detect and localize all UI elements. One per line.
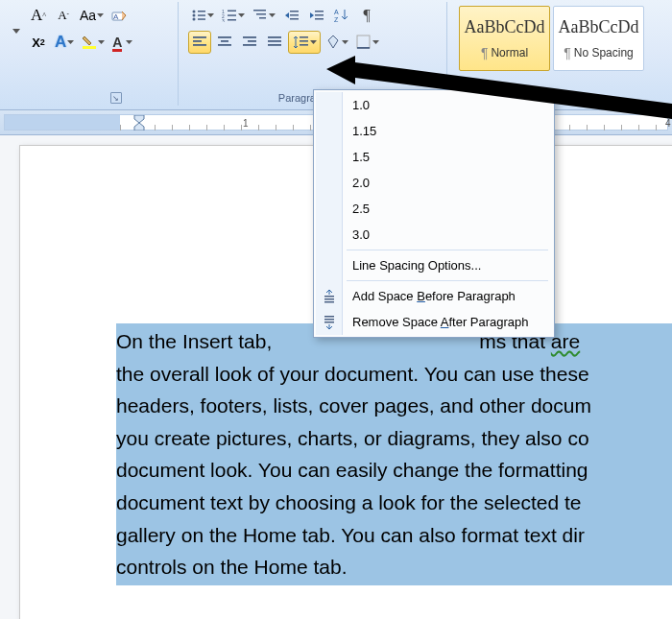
sort-button[interactable]: AZ xyxy=(330,4,353,27)
svg-rect-24 xyxy=(259,17,266,19)
svg-rect-11 xyxy=(198,14,205,15)
style-normal[interactable]: AaBbCcDd ¶Normal xyxy=(459,6,550,71)
svg-rect-38 xyxy=(193,44,206,46)
svg-point-8 xyxy=(193,11,196,13)
text-effects-button[interactable]: A xyxy=(52,31,77,54)
svg-rect-42 xyxy=(243,36,256,38)
align-center-button[interactable] xyxy=(213,31,236,54)
svg-rect-13 xyxy=(198,18,205,20)
bullets-button[interactable] xyxy=(188,4,217,27)
spacing-1-0[interactable]: 1.0 xyxy=(316,92,552,118)
menu-separator xyxy=(347,250,548,250)
svg-rect-16 xyxy=(228,11,236,12)
svg-rect-20 xyxy=(228,19,236,21)
highlight-icon xyxy=(82,35,97,50)
pilcrow-icon: ¶ xyxy=(564,45,571,60)
svg-marker-4 xyxy=(67,40,74,44)
svg-point-10 xyxy=(193,14,196,17)
line-spacing-menu: 1.0 1.15 1.5 2.0 2.5 3.0 Line Spacing Op… xyxy=(313,89,555,338)
svg-rect-36 xyxy=(193,36,206,38)
svg-rect-44 xyxy=(243,44,256,46)
svg-text:A: A xyxy=(113,12,119,21)
indent-marker[interactable] xyxy=(133,115,145,131)
line-spacing-options[interactable]: Line Spacing Options... xyxy=(316,252,552,278)
svg-rect-31 xyxy=(315,11,324,12)
svg-rect-39 xyxy=(218,36,231,38)
svg-rect-18 xyxy=(228,14,236,15)
svg-marker-0 xyxy=(12,29,20,34)
svg-rect-5 xyxy=(83,46,96,49)
increase-indent-button[interactable] xyxy=(305,4,328,27)
svg-rect-63 xyxy=(324,321,334,323)
justify-button[interactable] xyxy=(263,31,286,54)
svg-marker-56 xyxy=(134,115,144,123)
svg-rect-49 xyxy=(300,40,308,42)
svg-point-12 xyxy=(193,18,196,21)
add-space-before[interactable]: Add Space Before Paragraph xyxy=(316,283,552,309)
multilevel-list-button[interactable] xyxy=(250,4,278,27)
pilcrow-icon: ¶ xyxy=(481,45,489,60)
font-color-button[interactable]: A xyxy=(109,31,135,54)
selected-text[interactable]: On the Insert tab, ms that are the overa… xyxy=(116,323,672,585)
font-color-icon: A xyxy=(112,35,122,50)
svg-rect-29 xyxy=(290,18,299,20)
svg-marker-26 xyxy=(285,12,289,18)
numbering-button[interactable]: 123 xyxy=(219,4,248,27)
clear-formatting-button[interactable]: A xyxy=(108,4,132,27)
svg-rect-23 xyxy=(256,13,266,15)
shading-button[interactable] xyxy=(323,31,351,54)
style-no-spacing[interactable]: AaBbCcDd ¶No Spacing xyxy=(553,6,644,71)
svg-rect-58 xyxy=(324,296,334,298)
align-right-button[interactable] xyxy=(238,31,261,54)
spacing-1-15[interactable]: 1.15 xyxy=(316,118,552,144)
font-dialog-launcher[interactable]: ↘ xyxy=(110,92,122,104)
svg-rect-46 xyxy=(268,40,281,42)
svg-rect-48 xyxy=(300,36,308,38)
text-effects-icon: A xyxy=(55,33,66,52)
svg-rect-54 xyxy=(357,47,370,49)
subscript-button[interactable]: X2 xyxy=(27,31,50,54)
svg-rect-37 xyxy=(193,40,202,42)
font-group: A^ Aˇ Aa A X2 xyxy=(25,2,179,106)
svg-marker-25 xyxy=(269,13,276,17)
spacing-3-0[interactable]: 3.0 xyxy=(316,222,552,248)
svg-marker-7 xyxy=(126,40,132,44)
spacing-1-5[interactable]: 1.5 xyxy=(316,144,552,170)
decrease-indent-button[interactable] xyxy=(280,4,303,27)
svg-rect-59 xyxy=(324,298,334,300)
align-left-button[interactable] xyxy=(188,31,211,54)
svg-marker-52 xyxy=(342,40,348,44)
svg-rect-50 xyxy=(300,44,308,46)
svg-rect-61 xyxy=(324,316,334,318)
remove-space-after[interactable]: Remove Space After Paragraph xyxy=(316,309,552,335)
svg-rect-32 xyxy=(315,14,324,16)
add-space-before-icon xyxy=(322,289,337,304)
svg-text:A: A xyxy=(334,9,339,15)
style-sample: AaBbCcDd xyxy=(465,17,545,37)
style-sample: AaBbCcDd xyxy=(559,17,639,37)
shrink-font-button[interactable]: Aˇ xyxy=(52,4,75,27)
svg-marker-1 xyxy=(97,13,104,17)
svg-marker-57 xyxy=(134,123,144,131)
svg-rect-60 xyxy=(324,301,334,303)
svg-rect-27 xyxy=(290,11,299,12)
line-spacing-button[interactable] xyxy=(288,31,321,54)
highlight-button[interactable] xyxy=(79,31,108,54)
paste-split-button[interactable] xyxy=(4,2,27,60)
svg-text:3: 3 xyxy=(222,18,225,22)
svg-marker-21 xyxy=(238,13,245,17)
svg-marker-14 xyxy=(207,13,214,17)
change-case-button[interactable]: Aa xyxy=(77,4,107,27)
borders-button[interactable] xyxy=(353,31,382,54)
svg-marker-51 xyxy=(310,40,317,44)
svg-rect-9 xyxy=(198,11,205,12)
svg-rect-33 xyxy=(315,18,324,20)
svg-rect-47 xyxy=(268,44,281,46)
remove-space-after-icon xyxy=(322,315,337,330)
spacing-2-0[interactable]: 2.0 xyxy=(316,170,552,196)
spacing-2-5[interactable]: 2.5 xyxy=(316,196,552,222)
svg-rect-40 xyxy=(221,40,228,42)
show-hide-marks-button[interactable]: ¶ xyxy=(355,4,378,27)
grow-font-button[interactable]: A^ xyxy=(27,4,50,27)
svg-rect-28 xyxy=(290,14,299,16)
